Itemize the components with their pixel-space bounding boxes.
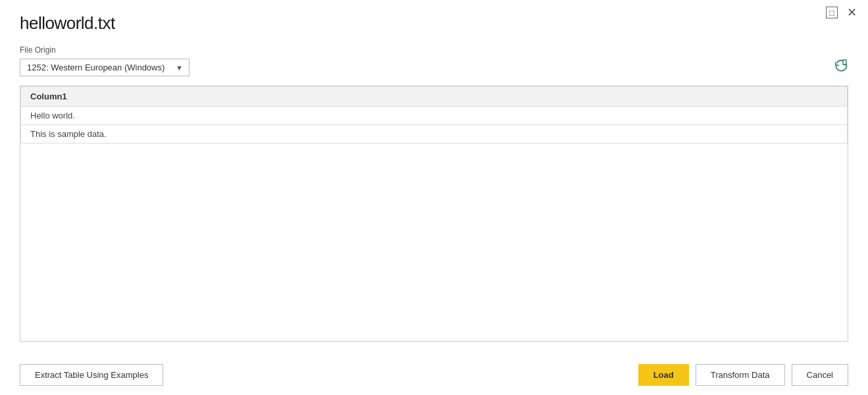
table-row: This is sample data. — [21, 125, 848, 144]
table-cell: This is sample data. — [21, 125, 848, 144]
table-header-row: Column1 — [21, 87, 848, 107]
refresh-icon[interactable] — [834, 59, 848, 76]
file-origin-label: File Origin — [20, 45, 848, 55]
minimize-button[interactable]: □ — [826, 7, 838, 18]
title-bar-controls: □ ✕ — [826, 7, 857, 18]
file-origin-select-wrapper: 1252: Western European (Windows) UTF-8 U… — [20, 59, 190, 76]
file-origin-select[interactable]: 1252: Western European (Windows) UTF-8 U… — [20, 59, 190, 76]
table-row: Hello world. — [21, 107, 848, 125]
footer-right: Load Transform Data Cancel — [638, 364, 848, 386]
footer-left: Extract Table Using Examples — [20, 364, 163, 386]
page-title: helloworld.txt — [20, 13, 848, 34]
svg-rect-0 — [843, 60, 846, 65]
data-table: Column1 Hello world.This is sample data. — [20, 86, 848, 144]
main-content: helloworld.txt File Origin 1252: Western… — [0, 0, 868, 355]
extract-table-button[interactable]: Extract Table Using Examples — [20, 364, 163, 386]
footer: Extract Table Using Examples Load Transf… — [0, 355, 868, 395]
column1-header: Column1 — [21, 87, 848, 107]
close-button[interactable]: ✕ — [846, 7, 857, 18]
main-window: □ ✕ helloworld.txt File Origin 1252: Wes… — [0, 0, 868, 395]
data-table-container: Column1 Hello world.This is sample data. — [20, 86, 848, 342]
table-cell: Hello world. — [21, 107, 848, 125]
file-origin-row: 1252: Western European (Windows) UTF-8 U… — [20, 59, 848, 76]
load-button[interactable]: Load — [638, 364, 689, 386]
transform-data-button[interactable]: Transform Data — [696, 364, 785, 386]
cancel-button[interactable]: Cancel — [792, 364, 848, 386]
